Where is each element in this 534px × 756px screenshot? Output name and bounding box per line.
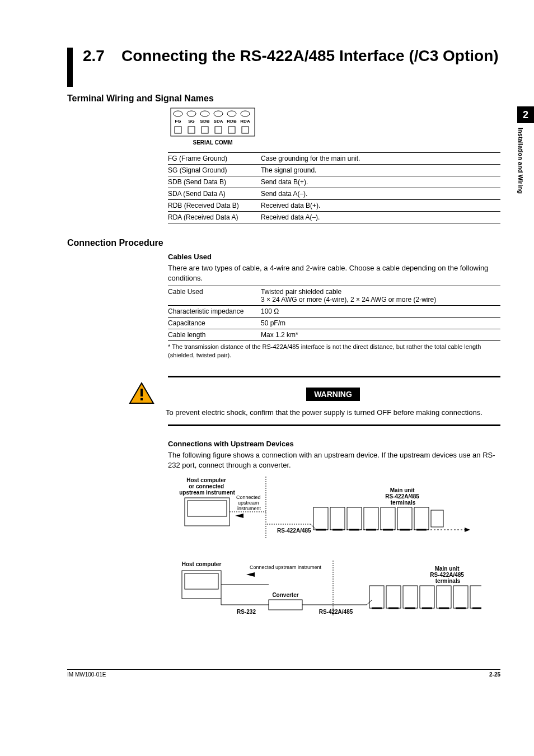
table-row: FG (Frame Ground)Case grounding for the … xyxy=(168,153,500,165)
svg-text:RS-232: RS-232 xyxy=(237,609,256,615)
svg-rect-67 xyxy=(386,586,401,608)
svg-rect-20 xyxy=(140,389,143,396)
svg-rect-39 xyxy=(381,507,395,530)
subheading-upstream: Connections with Upstream Devices xyxy=(168,440,500,448)
section-title: 2.7 Connecting the RS-422A/485 Interface… xyxy=(67,48,500,87)
svg-text:FG: FG xyxy=(175,119,181,124)
svg-rect-69 xyxy=(403,586,418,608)
svg-text:Main unit
          RS-422A/48: Main unit RS-422A/485 terminals xyxy=(385,487,420,506)
chapter-number: 2 xyxy=(517,106,534,123)
subheading-cables: Cables Used xyxy=(168,253,500,261)
table-row: SDB (Send Data B)Send data B(+). xyxy=(168,176,500,188)
subheading-terminal: Terminal Wiring and Signal Names xyxy=(67,94,500,104)
svg-text:SDA: SDA xyxy=(214,119,223,124)
title-bar-icon xyxy=(67,48,73,87)
table-row: Characteristic impedance100 Ω xyxy=(168,306,500,318)
chapter-side-tab: 2 Installation and Wiring xyxy=(517,106,534,207)
section-number: 2.7 xyxy=(83,48,105,65)
svg-text:Converter: Converter xyxy=(272,592,298,598)
svg-text:RS-422A/485: RS-422A/485 xyxy=(319,609,353,615)
svg-text:RDA: RDA xyxy=(240,119,250,124)
subheading-connection: Connection Procedure xyxy=(67,238,500,248)
chapter-side-title: Installation and Wiring xyxy=(517,123,524,194)
warning-text: To prevent electric shock, confirm that … xyxy=(166,408,500,418)
table-row: RDB (Received Data B)Received data B(+). xyxy=(168,200,500,212)
svg-rect-33 xyxy=(330,507,345,530)
svg-rect-73 xyxy=(437,586,451,608)
svg-rect-13 xyxy=(175,127,181,133)
svg-point-4 xyxy=(214,111,223,116)
cables-paragraph: There are two types of cable, a 4-wire a… xyxy=(168,263,500,283)
svg-rect-17 xyxy=(228,127,235,133)
signal-table: FG (Frame Ground)Case grounding for the … xyxy=(168,152,500,223)
table-row: Capacitance50 pF/m xyxy=(168,318,500,329)
cable-footnote: * The transmission distance of the RS-42… xyxy=(168,343,500,359)
table-row: SDA (Send Data A)Send data A(–). xyxy=(168,188,500,200)
footer-page-num: 2-25 xyxy=(489,671,500,678)
cable-table: Cable UsedTwisted pair shielded cable3 ×… xyxy=(168,286,500,341)
svg-rect-75 xyxy=(453,586,468,608)
svg-rect-15 xyxy=(202,127,208,133)
table-row: RDA (Received Data A)Received data A(–). xyxy=(168,212,500,223)
svg-text:RS-422A/485: RS-422A/485 xyxy=(277,528,311,534)
warning-block: WARNING To prevent electric shock, confi… xyxy=(168,376,500,426)
table-row: SG (Signal Ground)The signal ground. xyxy=(168,165,500,176)
svg-text:Host computer: Host computer xyxy=(182,561,222,567)
footer-doc-id: IM MW100-01E xyxy=(67,671,106,678)
upstream-paragraph: The following figure shows a connection … xyxy=(168,450,500,470)
svg-rect-23 xyxy=(185,498,229,526)
svg-rect-71 xyxy=(420,586,434,608)
connection-figure: Host computer or connected upstream inst… xyxy=(168,477,500,635)
svg-rect-35 xyxy=(347,507,362,530)
table-row: Cable lengthMax 1.2 km* xyxy=(168,329,500,341)
svg-text:Main unit
          RS-422A/48: Main unit RS-422A/485 terminals xyxy=(430,566,465,584)
svg-rect-43 xyxy=(414,507,429,530)
warning-label: WARNING xyxy=(306,388,360,401)
svg-marker-47 xyxy=(465,528,470,532)
svg-rect-58 xyxy=(269,600,302,610)
svg-text:Host computer
          or con: Host computer or connected upstream inst… xyxy=(179,477,235,496)
svg-marker-28 xyxy=(235,514,243,518)
svg-text:SG: SG xyxy=(188,119,195,124)
svg-rect-77 xyxy=(470,586,481,608)
svg-point-6 xyxy=(241,111,250,116)
svg-rect-14 xyxy=(188,127,195,133)
svg-rect-18 xyxy=(242,127,249,133)
svg-rect-37 xyxy=(364,507,378,530)
svg-text:Connected upstream instrument: Connected upstream instrument xyxy=(250,564,322,570)
svg-rect-52 xyxy=(185,573,218,589)
svg-point-1 xyxy=(174,111,182,116)
svg-rect-65 xyxy=(369,586,384,608)
svg-text:Connected
          upstream
 : Connected upstream instrument xyxy=(236,494,262,511)
svg-text:RDB: RDB xyxy=(227,119,237,124)
svg-point-3 xyxy=(200,111,209,116)
svg-rect-41 xyxy=(397,507,412,530)
svg-rect-16 xyxy=(215,127,222,133)
page-footer: IM MW100-01E 2-25 xyxy=(67,669,500,678)
section-heading: Connecting the RS-422A/485 Interface (/C… xyxy=(121,48,499,65)
svg-rect-51 xyxy=(182,571,221,599)
svg-point-5 xyxy=(227,111,236,116)
svg-rect-31 xyxy=(313,507,328,530)
svg-point-2 xyxy=(187,111,196,116)
terminal-diagram: FGSGSDBSDARDBRDA SERIAL COMM xyxy=(168,107,257,146)
table-row: Cable UsedTwisted pair shielded cable3 ×… xyxy=(168,286,500,306)
svg-rect-21 xyxy=(140,398,143,400)
warning-icon xyxy=(129,382,154,406)
svg-marker-56 xyxy=(246,572,255,577)
svg-rect-24 xyxy=(188,501,227,516)
terminal-caption: SERIAL COMM xyxy=(168,139,257,146)
svg-text:SDB: SDB xyxy=(200,119,210,124)
svg-rect-45 xyxy=(431,510,443,527)
